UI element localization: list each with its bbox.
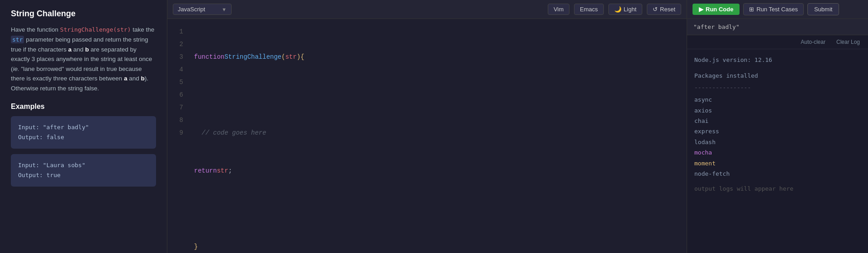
pkg-axios: axios xyxy=(694,105,861,116)
vim-button[interactable]: Vim xyxy=(548,4,569,15)
reset-button[interactable]: ↺ Reset xyxy=(647,4,681,15)
code-line-5 xyxy=(194,202,687,215)
pkg-async: async xyxy=(694,94,861,105)
pkg-node-fetch: node-fetch xyxy=(694,169,861,179)
editor-toolbar: JavaScript ▼ Vim Emacs 🌙 Light ↺ Reset xyxy=(167,0,687,19)
output-actions: Auto-clear Clear Log xyxy=(687,35,868,49)
code-content[interactable]: function StringChallenge(str) { // code … xyxy=(188,19,687,253)
code-line-3: // code goes here xyxy=(194,126,687,139)
param-str: str xyxy=(11,36,24,43)
code-line-4: return str; xyxy=(194,164,687,177)
language-select[interactable]: JavaScript ▼ xyxy=(173,4,232,15)
pkg-express: express xyxy=(694,126,861,136)
code-line-1: function StringChallenge(str) { xyxy=(194,51,687,63)
code-line-2 xyxy=(194,89,687,101)
reset-icon: ↺ xyxy=(653,6,658,13)
run-test-button[interactable]: ⊞ Run Test Cases xyxy=(743,3,804,15)
example1-output: Output: false xyxy=(18,132,149,142)
light-button[interactable]: 🌙 Light xyxy=(608,4,642,15)
left-panel: String Challenge Have the function Strin… xyxy=(0,0,167,253)
packages-header: Packages installed xyxy=(694,70,861,81)
log-placeholder: output logs will appear here xyxy=(694,183,861,194)
clear-log-button[interactable]: Clear Log xyxy=(835,38,862,46)
run-code-button[interactable]: ▶ Run Code xyxy=(693,4,740,15)
stdin-bar: "after badly" xyxy=(687,19,868,35)
node-version: Node.js version: 12.16 xyxy=(694,55,861,65)
chevron-down-icon: ▼ xyxy=(222,7,227,12)
pkg-moment: moment xyxy=(694,158,861,169)
examples-section: Examples Input: "after badly" Output: fa… xyxy=(11,103,156,187)
moon-icon: 🌙 xyxy=(614,6,621,13)
challenge-description: Have the function StringChallenge(str) t… xyxy=(11,25,156,94)
example2-input: Input: "Laura sobs" xyxy=(18,160,149,170)
pkg-mocha: mocha xyxy=(694,147,861,158)
language-label: JavaScript xyxy=(178,6,205,13)
example-box-2: Input: "Laura sobs" Output: true xyxy=(11,154,156,187)
play-icon: ▶ xyxy=(699,6,703,13)
emacs-button[interactable]: Emacs xyxy=(574,4,604,15)
code-line-6: } xyxy=(194,240,687,253)
output-content: "after badly" Auto-clear Clear Log Node.… xyxy=(687,19,868,253)
output-log: Node.js version: 12.16 Packages installe… xyxy=(687,49,868,200)
test-icon: ⊞ xyxy=(749,6,754,13)
example1-input: Input: "after badly" xyxy=(18,122,149,132)
output-panel: ▶ Run Code ⊞ Run Test Cases Submit "afte… xyxy=(687,0,868,253)
auto-clear-button[interactable]: Auto-clear xyxy=(799,38,827,46)
editor-panel: JavaScript ▼ Vim Emacs 🌙 Light ↺ Reset 1… xyxy=(167,0,687,253)
examples-title: Examples xyxy=(11,103,156,111)
example-box-1: Input: "after badly" Output: false xyxy=(11,116,156,149)
packages-divider: ---------------- xyxy=(694,82,861,93)
stdin-value: "after badly" xyxy=(693,23,740,30)
func-name: StringChallenge(str) xyxy=(60,26,131,33)
line-numbers: 1234 56789 xyxy=(167,19,188,253)
pkg-chai: chai xyxy=(694,116,861,126)
output-toolbar: ▶ Run Code ⊞ Run Test Cases Submit xyxy=(687,0,868,19)
pkg-lodash: lodash xyxy=(694,137,861,147)
example2-output: Output: true xyxy=(18,170,149,180)
code-editor[interactable]: 1234 56789 function StringChallenge(str)… xyxy=(167,19,687,253)
challenge-title: String Challenge xyxy=(11,9,156,19)
submit-button[interactable]: Submit xyxy=(807,3,839,15)
